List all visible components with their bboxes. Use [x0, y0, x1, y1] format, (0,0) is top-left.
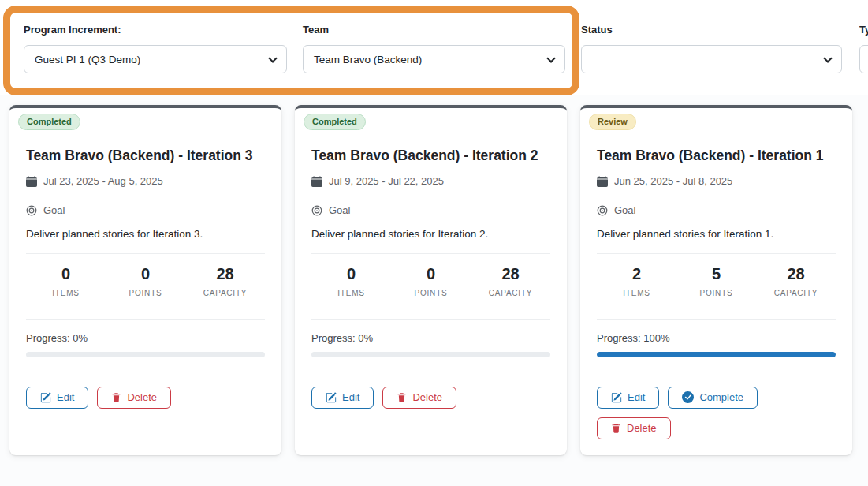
date-range: Jun 25, 2025 - Jul 8, 2025 — [614, 175, 732, 187]
stats-row: 2ITEMS 5POINTS 28CAPACITY — [597, 265, 836, 297]
goal-label: Goal — [614, 204, 635, 216]
points-count: 5 — [676, 265, 756, 283]
capacity-count: 28 — [471, 265, 550, 283]
edit-button[interactable]: Edit — [311, 387, 374, 409]
capacity-label: CAPACITY — [471, 289, 550, 297]
progress-bar — [26, 352, 265, 357]
status-badge: Completed — [304, 114, 366, 130]
edit-button[interactable]: Edit — [26, 387, 88, 409]
goal-text: Deliver planned stories for Iteration 3. — [26, 227, 265, 242]
delete-button-label: Delete — [127, 391, 157, 403]
progress-fill — [597, 352, 836, 357]
progress-label: Progress: 0% — [311, 332, 550, 344]
progress-label: Progress: 100% — [597, 332, 836, 344]
capacity-count: 28 — [756, 265, 836, 283]
divider — [26, 319, 265, 320]
pencil-square-icon — [326, 392, 337, 403]
trash-icon — [397, 392, 407, 403]
divider — [26, 253, 265, 254]
goal-label-row: Goal — [597, 204, 836, 216]
edit-button-label: Edit — [628, 391, 645, 403]
stats-row: 0ITEMS 0POINTS 28CAPACITY — [311, 265, 550, 297]
goal-label-row: Goal — [311, 204, 550, 216]
filter-status: Status — [581, 24, 842, 73]
pencil-square-icon — [40, 392, 51, 403]
team-select[interactable]: Team Bravo (Backend) — [303, 45, 565, 73]
items-count: 2 — [597, 265, 676, 283]
status-badge: Review — [589, 114, 636, 130]
program-increment-label: Program Increment: — [24, 24, 287, 36]
iteration-cards-row: Completed Team Bravo (Backend) - Iterati… — [9, 105, 852, 455]
card-actions: Edit Delete — [311, 387, 550, 409]
trash-icon — [111, 392, 121, 403]
bullseye-icon — [311, 205, 322, 216]
goal-text: Deliver planned stories for Iteration 2. — [311, 227, 550, 242]
filter-team: Team Team Bravo (Backend) — [303, 24, 565, 73]
status-select[interactable] — [581, 45, 842, 73]
divider — [311, 253, 550, 254]
status-label: Status — [581, 24, 842, 36]
delete-button[interactable]: Delete — [597, 417, 671, 439]
iteration-title: Team Bravo (Backend) - Iteration 2 — [311, 146, 550, 166]
points-count: 0 — [106, 265, 185, 283]
filter-type: Type — [859, 24, 868, 73]
iteration-card: Completed Team Bravo (Backend) - Iterati… — [295, 105, 567, 455]
goal-text: Deliver planned stories for Iteration 1. — [597, 227, 836, 242]
trash-icon — [611, 423, 621, 434]
items-count: 0 — [26, 265, 106, 283]
calendar-icon — [597, 176, 608, 187]
edit-button-label: Edit — [57, 391, 74, 403]
type-label: Type — [859, 24, 868, 36]
points-label: POINTS — [676, 289, 756, 297]
delete-button[interactable]: Delete — [382, 387, 456, 409]
stats-row: 0ITEMS 0POINTS 28CAPACITY — [26, 265, 265, 297]
calendar-icon — [26, 176, 37, 187]
goal-label: Goal — [329, 204, 350, 216]
goal-label: Goal — [43, 204, 65, 216]
edit-button[interactable]: Edit — [597, 387, 659, 409]
date-range-row: Jul 23, 2025 - Aug 5, 2025 — [26, 175, 265, 187]
capacity-label: CAPACITY — [756, 289, 836, 297]
progress-label: Progress: 0% — [26, 332, 265, 344]
program-increment-select[interactable]: Guest PI 1 (Q3 Demo) — [24, 45, 287, 73]
iteration-title: Team Bravo (Backend) - Iteration 1 — [597, 146, 836, 166]
date-range: Jul 23, 2025 - Aug 5, 2025 — [43, 175, 163, 187]
date-range-row: Jun 25, 2025 - Jul 8, 2025 — [597, 175, 836, 187]
delete-button-label: Delete — [412, 391, 442, 403]
status-badge: Completed — [18, 114, 80, 130]
delete-button-label: Delete — [627, 422, 657, 434]
delete-button[interactable]: Delete — [97, 387, 171, 409]
items-label: ITEMS — [26, 289, 106, 297]
complete-button[interactable]: Complete — [668, 387, 758, 409]
bullseye-icon — [26, 205, 37, 216]
divider — [597, 319, 836, 320]
items-count: 0 — [311, 265, 391, 283]
bullseye-icon — [597, 205, 608, 216]
date-range: Jul 9, 2025 - Jul 22, 2025 — [329, 175, 444, 187]
progress-bar — [311, 352, 550, 357]
capacity-label: CAPACITY — [185, 289, 265, 297]
iteration-title: Team Bravo (Backend) - Iteration 3 — [26, 146, 265, 166]
type-select[interactable] — [859, 45, 868, 73]
goal-label-row: Goal — [26, 204, 265, 216]
pencil-square-icon — [611, 392, 622, 403]
points-label: POINTS — [391, 289, 471, 297]
points-count: 0 — [391, 265, 471, 283]
points-label: POINTS — [106, 289, 185, 297]
calendar-icon — [311, 176, 322, 187]
divider — [311, 319, 550, 320]
filter-bar: Program Increment: Guest PI 1 (Q3 Demo) … — [0, 0, 868, 95]
card-actions: Edit Complete Delete — [597, 387, 836, 439]
items-label: ITEMS — [311, 289, 391, 297]
complete-button-label: Complete — [699, 391, 743, 403]
iteration-card: Completed Team Bravo (Backend) - Iterati… — [9, 105, 281, 455]
progress-bar — [597, 352, 836, 357]
capacity-count: 28 — [185, 265, 265, 283]
team-label: Team — [303, 24, 565, 36]
edit-button-label: Edit — [342, 391, 359, 403]
filter-program-increment: Program Increment: Guest PI 1 (Q3 Demo) — [24, 24, 287, 73]
items-label: ITEMS — [597, 289, 676, 297]
iteration-card: Review Team Bravo (Backend) - Iteration … — [580, 105, 852, 455]
check-circle-icon — [682, 391, 694, 403]
card-actions: Edit Delete — [26, 387, 265, 409]
